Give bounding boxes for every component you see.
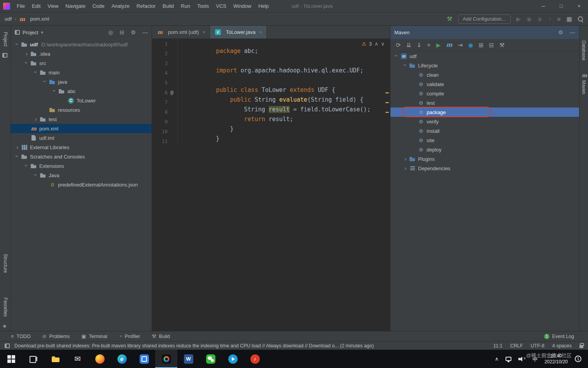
profiler-button[interactable]: ◔ Profiler [119,333,140,339]
code-line-text[interactable] [178,131,223,152]
tool-stripe-database-button[interactable]: Database [581,40,586,60]
maven-tree-row[interactable]: Plugins [390,154,579,164]
annotation-gutter-icon[interactable]: @ [168,90,176,95]
tool-stripe-project-button[interactable]: Project [3,32,8,46]
word-button[interactable]: W [177,350,200,368]
run-maven-goal-icon[interactable]: m [446,42,452,48]
favorites-star-icon[interactable]: ★ [2,323,7,329]
blue-arrow-app-button[interactable] [222,350,244,368]
menu-item[interactable]: Analyze [108,0,133,12]
build-hammer-icon[interactable]: ⚒ [447,16,452,22]
tree-chevron-icon[interactable] [14,153,21,160]
settings-gear-icon[interactable]: ⚙ [558,30,563,35]
code-area[interactable]: 1 package abc; 2 3 [152,39,390,331]
project-tree-row[interactable]: Extensions [11,161,152,171]
settings-gear-icon[interactable]: ⚙ [131,30,136,35]
menu-item[interactable]: Run [177,0,194,12]
maven-tree-row[interactable]: site [390,136,579,145]
coverage-icon[interactable]: ◈ [537,16,542,22]
prev-problem-icon[interactable]: ∧ [374,41,378,47]
start-button[interactable] [0,350,22,368]
tree-chevron-icon[interactable] [23,163,30,169]
tool-stripe-favorites-button[interactable]: Favorites [3,298,8,317]
run-icon[interactable]: ▶ [516,16,521,22]
tree-chevron-icon[interactable] [394,53,400,59]
todo-button[interactable]: ≡ TODO [11,333,30,339]
event-log-button[interactable]: 1 Event Log [544,334,583,339]
layout-icon[interactable]: ▦ [567,16,572,22]
project-tree-row[interactable]: src [11,58,152,68]
profiler-icon[interactable]: ◔ [548,16,551,22]
project-tree-row[interactable]: udf D:\workspace\teach\asu\hadoop90\udf [11,40,152,49]
tree-chevron-icon[interactable] [33,69,39,76]
menu-item[interactable]: VCS [212,0,230,12]
action-center-button[interactable]: 1 [571,350,585,368]
maven-tree-row[interactable]: deploy [390,145,579,154]
maven-tree-row[interactable]: test [390,98,579,107]
project-tree-row[interactable]: ToLower [11,96,152,105]
tree-chevron-icon[interactable] [23,51,30,57]
file-explorer-button[interactable] [44,350,66,368]
menu-item[interactable]: Build [159,0,177,12]
close-button[interactable]: × [570,0,588,12]
caret-position-widget[interactable]: 11:1 [493,343,502,349]
maven-settings-icon[interactable]: ⚒ [499,42,504,48]
maven-tree-row[interactable]: clean [390,70,579,79]
generate-sources-icon[interactable]: ⇊ [406,42,411,48]
breadcrumb-item[interactable]: › pom.xml [14,16,49,23]
tray-expand-icon[interactable]: ∧ [491,350,502,368]
warning-stripe-mark[interactable] [385,112,389,113]
menu-item[interactable]: Refactor [133,0,159,12]
menu-item[interactable]: View [44,0,62,12]
firefox-button[interactable] [89,350,111,368]
problems-button[interactable]: ⊘ Problems [42,333,70,339]
menu-item[interactable]: Navigate [62,0,89,12]
tab-close-icon[interactable]: × [259,29,262,35]
maven-tree-row[interactable]: install [390,126,579,136]
warning-stripe-mark[interactable] [385,92,389,93]
tree-chevron-icon[interactable] [14,41,21,48]
tree-chevron-icon[interactable] [51,88,58,94]
project-tree-row[interactable]: test [11,114,152,124]
maven-tree-row[interactable]: Dependencies [390,164,579,173]
locate-file-icon[interactable]: ◎ [108,30,113,35]
menu-item[interactable]: Window [230,0,255,12]
project-tree-row[interactable]: predefinedExternalAnnotations.json [11,180,152,189]
project-tree-row[interactable]: Scratches and Consoles [11,152,152,161]
terminal-button[interactable]: ▣ Terminal [81,333,107,339]
execute-goal-icon[interactable]: + [427,42,431,48]
volume-muted-icon[interactable]: × [518,356,525,362]
tree-chevron-icon[interactable] [33,172,39,178]
tree-chevron-icon[interactable] [33,116,39,122]
project-tree-row[interactable]: Java [11,171,152,180]
minimize-button[interactable]: ─ [534,0,552,12]
hide-panel-icon[interactable]: — [142,30,148,35]
indent-widget[interactable]: 4 spaces [552,343,572,349]
maven-tree-row[interactable]: package [390,107,579,117]
project-tree-row[interactable]: main [11,68,152,77]
expand-all-icon[interactable]: ⊞ [479,42,484,48]
next-problem-icon[interactable]: ∨ [381,41,385,47]
tree-chevron-icon[interactable] [14,144,21,150]
download-sources-icon[interactable]: ⇓ [416,42,422,48]
project-view-dropdown-caret[interactable]: ▾ [41,30,43,35]
menu-item[interactable]: Help [255,0,272,12]
intellij-idea-button[interactable] [155,350,177,368]
maven-tree-row[interactable]: compile [390,89,579,98]
warning-stripe-mark[interactable] [385,102,389,103]
project-tree-row[interactable]: udf.iml [11,133,152,143]
toggle-offline-icon[interactable]: ◉ [468,42,473,48]
project-tool-icon[interactable] [2,53,7,58]
music-app-button[interactable]: ♪ [244,350,266,368]
tool-stripe-maven-button[interactable]: Maven [581,80,586,94]
tree-chevron-icon[interactable] [402,165,409,171]
maven-stripe-icon[interactable]: m [582,72,587,78]
project-tree-row[interactable]: resources [11,105,152,114]
readonly-lock-icon[interactable] [579,345,583,348]
maven-tree-row[interactable]: Lifecycle [390,61,579,70]
encoding-widget[interactable]: UTF-8 [531,343,544,349]
skip-tests-icon[interactable]: ⇥ [458,42,463,48]
tool-stripe-structure-button[interactable]: Structure [3,254,8,273]
run-build-icon[interactable]: ▶ [436,42,441,48]
task-view-button[interactable] [22,350,44,368]
